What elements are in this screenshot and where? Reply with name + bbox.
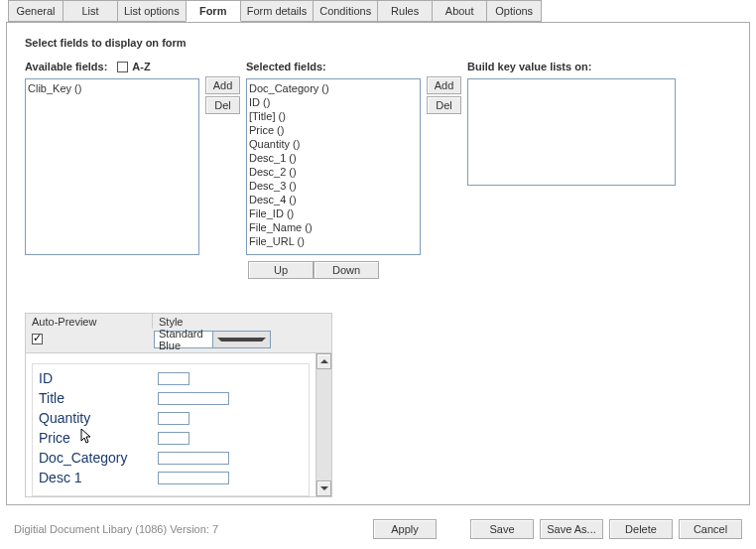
add-build-button[interactable]: Add <box>427 76 461 94</box>
chevron-down-icon[interactable] <box>212 332 271 347</box>
list-item[interactable]: File_Name () <box>249 220 418 234</box>
avail-sel-buttons: Add Del <box>205 76 240 114</box>
preview-field-input <box>158 472 229 484</box>
tab-rules[interactable]: Rules <box>377 0 433 22</box>
preview-field-label: Desc 1 <box>39 470 158 485</box>
az-label: A-Z <box>132 61 150 72</box>
style-select[interactable]: Standard Blue <box>154 331 271 348</box>
down-button[interactable]: Down <box>314 261 379 279</box>
list-item[interactable]: Desc_3 () <box>249 179 418 193</box>
preview-field-label: Price <box>39 430 158 446</box>
list-item[interactable]: Quantity () <box>249 137 418 151</box>
save-as-button[interactable]: Save As... <box>540 519 603 539</box>
available-column: Available fields: A-Z Clib_Key () <box>25 59 199 255</box>
form-panel: Select fields to display on form Availab… <box>6 22 750 505</box>
selected-column: Selected fields: Doc_Category () ID () [… <box>246 59 421 279</box>
status-text: Digitial Document Libary (1086) Version:… <box>14 523 218 535</box>
list-item[interactable]: Desc_1 () <box>249 151 418 165</box>
build-listbox[interactable] <box>467 78 676 186</box>
delete-button[interactable]: Delete <box>609 519 673 539</box>
save-button[interactable]: Save <box>470 519 534 539</box>
preview-field-label: ID <box>39 370 158 386</box>
list-item[interactable]: File_URL () <box>249 234 418 248</box>
available-fields-listbox[interactable]: Clib_Key () <box>25 78 199 255</box>
build-key-value-label: Build key value lists on: <box>467 61 591 72</box>
preview-field-input <box>158 452 229 465</box>
cancel-button[interactable]: Cancel <box>679 519 742 539</box>
footer-bar: Digitial Document Libary (1086) Version:… <box>0 509 756 549</box>
list-item[interactable]: ID () <box>249 95 418 109</box>
list-item[interactable]: Clib_Key () <box>28 81 196 95</box>
tab-list[interactable]: List <box>63 0 118 22</box>
up-button[interactable]: Up <box>248 261 314 279</box>
del-button[interactable]: Del <box>205 96 240 114</box>
add-button[interactable]: Add <box>205 76 240 94</box>
field-columns: Available fields: A-Z Clib_Key () Add De… <box>25 59 731 279</box>
list-item[interactable]: [Title] () <box>249 109 418 123</box>
apply-button[interactable]: Apply <box>373 519 437 539</box>
auto-preview-header: Auto-Preview <box>26 314 153 329</box>
preview-field-input <box>158 372 189 385</box>
form-preview: ID Title Quantity Price Doc_Category Des… <box>26 353 315 496</box>
list-item[interactable]: File_ID () <box>249 206 418 220</box>
list-item[interactable]: Doc_Category () <box>249 81 418 95</box>
preview-field-label: Quantity <box>39 410 158 426</box>
list-item[interactable]: Price () <box>249 123 418 137</box>
preview-field-label: Title <box>39 390 158 406</box>
scroll-down-icon[interactable] <box>316 480 331 496</box>
list-item[interactable]: Desc_4 () <box>249 193 418 206</box>
preview-area: Auto-Preview Style Standard Blue ID Titl… <box>25 313 332 497</box>
tab-general[interactable]: General <box>8 0 63 22</box>
list-item[interactable]: Desc_2 () <box>249 165 418 179</box>
sel-build-buttons: Add Del <box>427 76 461 114</box>
tab-conditions[interactable]: Conditions <box>313 0 378 22</box>
auto-preview-checkbox[interactable] <box>32 334 43 344</box>
section-title: Select fields to display on form <box>25 37 731 49</box>
scroll-up-icon[interactable] <box>316 353 331 369</box>
style-value: Standard Blue <box>155 328 212 351</box>
style-header: Style <box>153 314 331 329</box>
tab-options[interactable]: Options <box>486 0 542 22</box>
selected-fields-listbox[interactable]: Doc_Category () ID () [Title] () Price (… <box>246 78 421 255</box>
selected-fields-label: Selected fields: <box>246 61 326 72</box>
tab-bar: General List List options Form Form deta… <box>0 0 756 22</box>
del-build-button[interactable]: Del <box>427 96 461 114</box>
preview-field-input <box>158 392 229 405</box>
preview-scrollbar[interactable] <box>315 353 331 496</box>
preview-field-label: Doc_Category <box>39 450 158 466</box>
build-column: Build key value lists on: <box>467 59 676 186</box>
tab-form[interactable]: Form <box>186 0 241 22</box>
tab-list-options[interactable]: List options <box>117 0 187 22</box>
preview-field-input <box>158 432 189 445</box>
az-checkbox[interactable] <box>117 62 128 72</box>
available-fields-label: Available fields: <box>25 61 107 72</box>
tab-about[interactable]: About <box>432 0 487 22</box>
tab-form-details[interactable]: Form details <box>240 0 315 22</box>
preview-field-input <box>158 412 189 425</box>
